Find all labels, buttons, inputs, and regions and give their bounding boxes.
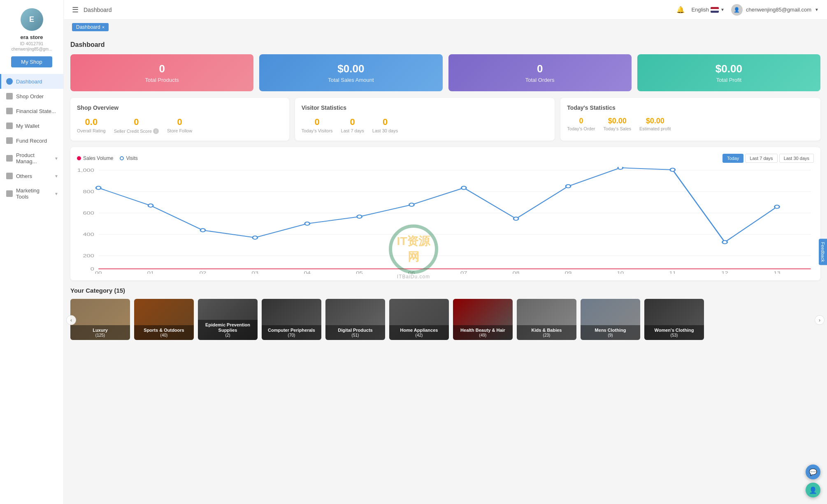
- chart-svg: 1,000 800 600 400 200 0 00 01: [77, 167, 814, 274]
- svg-text:03: 03: [252, 271, 259, 274]
- todays-sales-label: Today's Sales: [603, 126, 631, 131]
- user-menu[interactable]: 👤 chenwenjing85@gmail.com ▼: [731, 4, 819, 16]
- summary-cards: 0 Total Products $0.00 Total Sales Amoun…: [70, 54, 820, 91]
- category-scroll-wrapper: ‹ Luxury(125)Sports & Outdoors(40)Epidem…: [70, 299, 820, 343]
- category-count-digital: (51): [329, 333, 382, 338]
- category-card-womens[interactable]: Women's Clothing(53): [644, 299, 704, 340]
- others-icon: [6, 173, 13, 179]
- content-area: Dashboard 0 Total Products $0.00 Total S…: [64, 35, 827, 504]
- sidebar-item-product-manag[interactable]: Product Manag... ▼: [0, 148, 63, 169]
- sidebar-item-fund-record[interactable]: Fund Record: [0, 133, 63, 148]
- category-card-health[interactable]: Health Beauty & Hair(49): [453, 299, 513, 340]
- help-button[interactable]: 👤: [806, 483, 820, 497]
- my-shop-button[interactable]: My Shop: [11, 56, 52, 67]
- total-orders-label: Total Orders: [525, 77, 555, 83]
- category-count-sports: (40): [137, 333, 190, 338]
- menu-toggle-button[interactable]: ☰: [72, 5, 79, 14]
- today-button[interactable]: Today: [722, 154, 743, 163]
- svg-text:07: 07: [460, 271, 467, 274]
- category-overlay-mens: Mens Clothing(9): [581, 325, 640, 340]
- visitor-stats-title: Visitor Statistics: [302, 104, 548, 111]
- category-card-home[interactable]: Home Appliances(42): [389, 299, 449, 340]
- svg-text:10: 10: [617, 271, 624, 274]
- info-icon[interactable]: i: [153, 128, 159, 134]
- category-overlay-kids: Kids & Babies(23): [517, 325, 576, 340]
- estimated-profit-stat: $0.00 Estimated profit: [639, 117, 671, 131]
- avatar: E: [21, 8, 43, 31]
- sidebar-item-my-wallet[interactable]: My Wallet: [0, 118, 63, 133]
- svg-point-36: [618, 167, 623, 169]
- last-7-days-button[interactable]: Last 7 days: [745, 154, 777, 163]
- category-count-kids: (23): [520, 333, 573, 338]
- sidebar-item-dashboard[interactable]: Dashboard: [0, 74, 63, 89]
- todays-visitors-value: 0: [315, 117, 320, 127]
- category-name-sports: Sports & Outdoors: [137, 328, 190, 333]
- svg-text:600: 600: [83, 210, 94, 216]
- category-overlay-luxury: Luxury(125): [70, 325, 130, 340]
- category-overlay-sports: Sports & Outdoors(40): [134, 325, 194, 340]
- svg-point-26: [96, 186, 101, 190]
- svg-point-32: [409, 203, 414, 206]
- close-icon[interactable]: ×: [102, 25, 105, 30]
- category-card-kids[interactable]: Kids & Babies(23): [517, 299, 576, 340]
- category-card-computer[interactable]: Computer Peripherals(70): [262, 299, 321, 340]
- category-card-sports[interactable]: Sports & Outdoors(40): [134, 299, 194, 340]
- fund-icon: [6, 137, 13, 144]
- chart-panel: Sales Volume Visits Today Last 7 days La…: [70, 147, 820, 280]
- sales-volume-dot: [77, 156, 81, 160]
- main-content: ☰ Dashboard 🔔 English ▼ 👤 chenwenjing85@…: [64, 0, 827, 504]
- feedback-button[interactable]: Feedback: [819, 239, 827, 265]
- chevron-down-icon: ▼: [54, 192, 58, 196]
- breadcrumb-label: Dashboard: [76, 24, 100, 30]
- category-count-health: (49): [456, 333, 509, 338]
- notification-bell-icon[interactable]: 🔔: [676, 6, 685, 14]
- sidebar: E era store ID 4012791 chenwenjing85@gm.…: [0, 0, 64, 504]
- todays-sales-value: $0.00: [608, 117, 627, 125]
- overall-rating-label: Overall Rating: [77, 128, 106, 133]
- chart-area: 1,000 800 600 400 200 0 00 01: [77, 167, 814, 274]
- category-card-luxury[interactable]: Luxury(125): [70, 299, 130, 340]
- svg-point-37: [670, 168, 675, 171]
- svg-point-38: [722, 240, 727, 244]
- total-profit-label: Total Profit: [716, 77, 741, 83]
- estimated-profit-value: $0.00: [646, 117, 664, 125]
- language-selector[interactable]: English ▼: [691, 7, 725, 13]
- last-30-days-button[interactable]: Last 30 days: [779, 154, 814, 163]
- todays-order-value: 0: [579, 117, 583, 125]
- scroll-left-button[interactable]: ‹: [66, 315, 76, 325]
- sidebar-item-shop-order[interactable]: Shop Order: [0, 89, 63, 104]
- category-card-mens[interactable]: Mens Clothing(9): [581, 299, 640, 340]
- seller-credit-value: 0: [134, 117, 139, 127]
- svg-point-33: [461, 186, 466, 190]
- category-card-digital[interactable]: Digital Products(51): [325, 299, 385, 340]
- total-products-value: 0: [159, 62, 165, 75]
- todays-visitors-label: Today's Visitors: [302, 128, 333, 133]
- category-overlay-computer: Computer Peripherals(70): [262, 325, 321, 340]
- sidebar-item-others[interactable]: Others ▼: [0, 169, 63, 183]
- chat-button[interactable]: 💬: [806, 465, 820, 479]
- category-grid: Luxury(125)Sports & Outdoors(40)Epidemic…: [70, 299, 820, 343]
- category-overlay-home: Home Appliances(42): [389, 325, 449, 340]
- today-stats-panel: Today's Statistics 0 Today's Order $0.00…: [560, 98, 820, 141]
- category-card-epidemic[interactable]: Epidemic Prevention Supplies(2): [198, 299, 258, 340]
- svg-point-35: [566, 185, 571, 188]
- category-name-digital: Digital Products: [329, 328, 382, 333]
- svg-text:11: 11: [669, 271, 676, 274]
- category-name-computer: Computer Peripherals: [265, 328, 318, 333]
- svg-point-31: [357, 215, 362, 218]
- wallet-icon: [6, 123, 13, 129]
- svg-text:06: 06: [408, 271, 415, 274]
- todays-sales-stat: $0.00 Today's Sales: [603, 117, 631, 131]
- scroll-right-button[interactable]: ›: [815, 315, 825, 325]
- today-stats-title: Today's Statistics: [567, 104, 814, 111]
- header: ☰ Dashboard 🔔 English ▼ 👤 chenwenjing85@…: [64, 0, 827, 20]
- svg-point-29: [253, 236, 258, 239]
- sidebar-item-financial-state[interactable]: Financial State...: [0, 104, 63, 118]
- svg-text:00: 00: [95, 271, 102, 274]
- shop-overview-stats: 0.0 Overall Rating 0 Seller Credit Score…: [77, 117, 283, 134]
- store-id: ID 4012791: [20, 41, 44, 46]
- category-count: (15): [114, 287, 125, 294]
- user-email: chenwenjing85@gmail.com: [746, 7, 811, 13]
- sidebar-item-marketing-tools[interactable]: Marketing Tools ▼: [0, 183, 63, 204]
- svg-text:12: 12: [721, 271, 728, 274]
